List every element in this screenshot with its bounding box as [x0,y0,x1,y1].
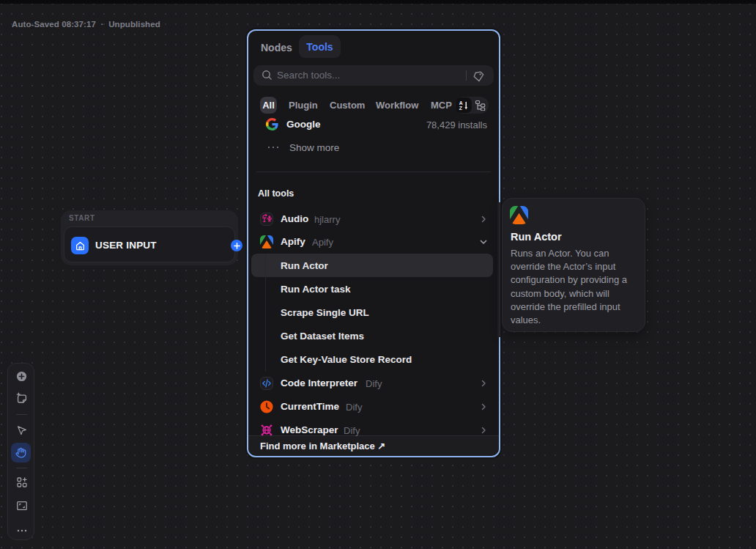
svg-text:Z: Z [459,106,462,111]
svg-text:A: A [459,100,463,106]
